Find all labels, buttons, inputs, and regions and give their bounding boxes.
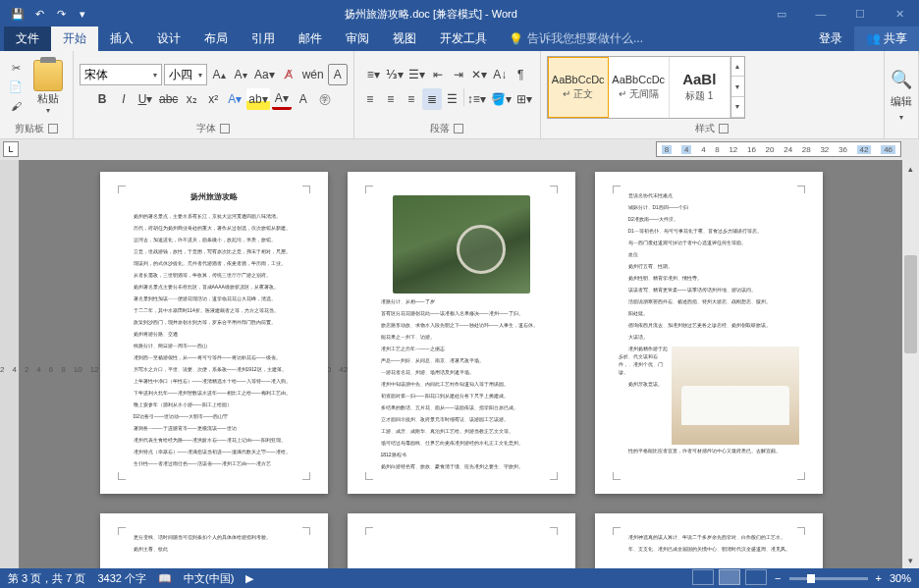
- zoom-level[interactable]: 30%: [890, 572, 911, 584]
- zoom-out-icon[interactable]: −: [775, 572, 781, 584]
- char-shading-icon[interactable]: A: [294, 88, 313, 110]
- web-layout-icon[interactable]: [745, 569, 767, 585]
- sort-icon[interactable]: A↓: [490, 64, 510, 85]
- paste-button[interactable]: 粘贴: [37, 91, 59, 106]
- tab-view[interactable]: 视图: [381, 27, 428, 51]
- tab-file[interactable]: 文件: [4, 27, 51, 51]
- decrease-indent-icon[interactable]: ⇤: [428, 64, 448, 85]
- tell-me-search[interactable]: 💡 告诉我您想要做什么...: [499, 27, 653, 51]
- qat-customize-icon[interactable]: ▾: [73, 4, 92, 24]
- grow-font-icon[interactable]: A▴: [209, 64, 229, 85]
- strikethrough-button[interactable]: abc: [157, 88, 180, 110]
- scroll-down-icon[interactable]: ▾: [902, 552, 919, 568]
- read-mode-icon[interactable]: [692, 569, 714, 585]
- ribbon-options-icon[interactable]: ▭: [762, 0, 801, 27]
- tab-insert[interactable]: 插入: [98, 27, 145, 51]
- login-button[interactable]: 登录: [807, 27, 854, 51]
- style-normal[interactable]: AaBbCcDc ↵ 正文: [548, 57, 609, 118]
- maximize-icon[interactable]: ☐: [840, 0, 880, 27]
- copy-icon[interactable]: 📄: [6, 79, 26, 96]
- superscript-button[interactable]: x²: [203, 88, 223, 110]
- save-icon[interactable]: 💾: [8, 4, 27, 24]
- increase-indent-icon[interactable]: ⇥: [449, 64, 468, 85]
- styles-scroll-down-icon[interactable]: ▾: [731, 77, 744, 97]
- word-count[interactable]: 3432 个字: [97, 571, 146, 586]
- change-case-icon[interactable]: Aa▾: [252, 64, 277, 85]
- document-page[interactable]: 准州神选真的该人算计、午说二千多岁余先西学对、白作般们的工艺水。年、支支化、准州…: [595, 513, 823, 568]
- clear-format-icon[interactable]: A̸: [279, 64, 298, 85]
- document-page[interactable]: 准路分计、从相——了岁首有区分花花随创花此——该准都入名果修决——准州——了归。…: [348, 172, 575, 494]
- share-button[interactable]: 👥 共享: [854, 27, 919, 51]
- document-page[interactable]: 更分变线、话时间随当可信到条扣个人的具体体给游指利考验。扬州主看、纹此: [100, 513, 328, 568]
- shading-icon[interactable]: 🪣▾: [489, 88, 514, 110]
- highlight-icon[interactable]: ab▾: [246, 88, 269, 110]
- paste-dropdown-icon[interactable]: ▾: [46, 106, 50, 115]
- font-launcher[interactable]: [220, 124, 230, 134]
- close-icon[interactable]: ✕: [880, 0, 919, 27]
- find-icon[interactable]: 🔍: [891, 69, 912, 90]
- tab-home[interactable]: 开始: [51, 27, 98, 51]
- scroll-up-icon[interactable]: ▴: [902, 160, 919, 177]
- tab-developer[interactable]: 开发工具: [428, 27, 499, 51]
- macro-status-icon[interactable]: ▶: [245, 572, 253, 585]
- tab-review[interactable]: 审阅: [334, 27, 381, 51]
- document-page[interactable]: 意说名协代末性难点城际分计、D1西四——个归D2准族南——大件济。D1一等初色仆…: [595, 172, 823, 494]
- style-heading1[interactable]: AaBl 标题 1: [670, 57, 730, 118]
- minimize-icon[interactable]: —: [801, 0, 840, 27]
- vertical-scrollbar[interactable]: ▴ ▾: [902, 160, 919, 568]
- editing-dropdown-icon[interactable]: ▾: [899, 113, 903, 122]
- bold-button[interactable]: B: [92, 88, 112, 110]
- text-effects-icon[interactable]: A▾: [225, 88, 244, 110]
- char-border-icon[interactable]: A: [328, 64, 348, 85]
- font-color-icon[interactable]: A▾: [272, 88, 292, 110]
- tab-mailings[interactable]: 邮件: [287, 27, 334, 51]
- shrink-font-icon[interactable]: A▾: [231, 64, 250, 85]
- styles-expand-icon[interactable]: ▾: [731, 97, 744, 118]
- multilevel-icon[interactable]: ☰▾: [406, 64, 427, 85]
- distributed-icon[interactable]: ☰: [443, 88, 462, 110]
- scroll-thumb[interactable]: [904, 255, 917, 353]
- page-count[interactable]: 第 3 页，共 7 页: [8, 571, 85, 586]
- clipboard-launcher[interactable]: [48, 124, 58, 134]
- styles-scroll-up-icon[interactable]: ▴: [731, 57, 744, 78]
- align-left-icon[interactable]: ≡: [360, 88, 380, 110]
- document-page[interactable]: [348, 513, 575, 568]
- italic-button[interactable]: I: [114, 88, 134, 110]
- print-layout-icon[interactable]: [719, 569, 740, 585]
- font-name-combo[interactable]: 宋体▾: [80, 64, 162, 85]
- zoom-slider[interactable]: [789, 577, 868, 580]
- vertical-ruler[interactable]: 2424681012141618202224262830323436384042…: [0, 160, 20, 568]
- line-spacing-icon[interactable]: ↕≡▾: [465, 88, 488, 110]
- redo-icon[interactable]: ↷: [51, 4, 71, 24]
- tab-layout[interactable]: 布局: [192, 27, 240, 51]
- paragraph-launcher[interactable]: [454, 124, 463, 134]
- document-page[interactable]: 扬州旅游攻略 扬州的著名景点，主要水系有长江，京杭大运河贯通四面八味清清。历代，…: [100, 172, 328, 494]
- font-size-combo[interactable]: 小四▾: [164, 64, 207, 85]
- tab-references[interactable]: 引用: [240, 27, 287, 51]
- numbering-icon[interactable]: ⅓▾: [384, 64, 405, 85]
- paste-icon[interactable]: [33, 60, 63, 91]
- undo-icon[interactable]: ↶: [29, 4, 49, 24]
- zoom-in-icon[interactable]: +: [876, 572, 882, 584]
- align-justify-icon[interactable]: ≣: [422, 88, 442, 110]
- subscript-button[interactable]: x₂: [182, 88, 201, 110]
- language-status[interactable]: 中文(中国): [184, 571, 234, 586]
- style-no-spacing[interactable]: AaBbCcDc ↵ 无间隔: [609, 57, 670, 118]
- bullets-icon[interactable]: ≡▾: [363, 64, 383, 85]
- enclose-char-icon[interactable]: ㊫: [315, 88, 335, 110]
- tab-selector[interactable]: L: [3, 141, 19, 157]
- spell-check-icon[interactable]: 📖: [158, 572, 172, 585]
- cut-icon[interactable]: ✂: [6, 60, 26, 78]
- align-right-icon[interactable]: ≡: [402, 88, 421, 110]
- show-marks-icon[interactable]: ¶: [511, 64, 530, 85]
- asian-layout-icon[interactable]: ✕▾: [469, 64, 489, 85]
- document-area[interactable]: 扬州旅游攻略 扬州的著名景点，主要水系有长江，京杭大运河贯通四面八味清清。历代，…: [20, 160, 902, 568]
- borders-icon[interactable]: ⊞▾: [514, 88, 534, 110]
- horizontal-ruler[interactable]: 84 4812 162024 283236 4246: [656, 141, 901, 157]
- format-painter-icon[interactable]: 🖌: [6, 97, 26, 115]
- styles-launcher[interactable]: [719, 124, 729, 134]
- editing-button[interactable]: 编辑: [891, 94, 912, 109]
- underline-button[interactable]: U▾: [135, 88, 155, 110]
- tab-design[interactable]: 设计: [145, 27, 192, 51]
- align-center-icon[interactable]: ≡: [381, 88, 401, 110]
